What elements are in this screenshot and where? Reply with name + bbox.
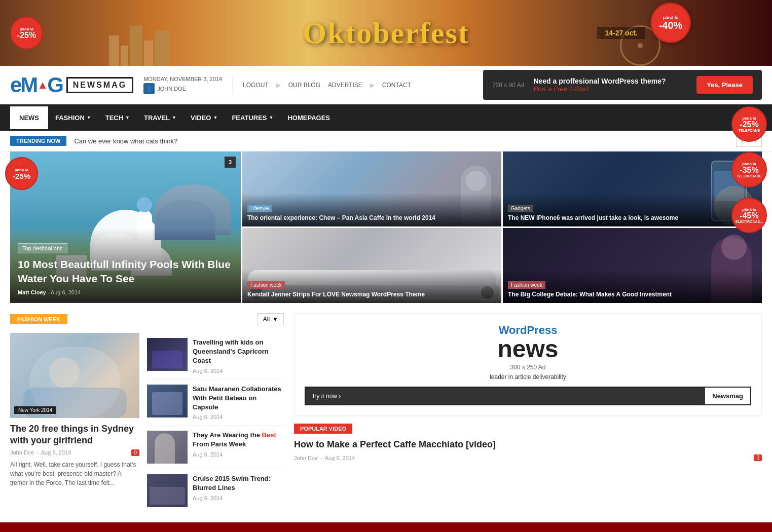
badge45-pct: -45% [740, 212, 758, 220]
logo-newsmag: NEWSMAG [73, 81, 127, 89]
nav-item-news[interactable]: NEWS [10, 106, 48, 129]
popular-video-meta: John Doe - Aug 6, 2014 0 [294, 454, 762, 461]
article-thumb-2 [147, 385, 188, 417]
logo: e M ▲ G NEWSMAG [10, 73, 133, 97]
article-list: Travelling with kids on Queensland's Cap… [147, 333, 284, 512]
header-link-contact[interactable]: CONTACT [382, 82, 411, 89]
header-link-advertise[interactable]: ADVERTISE [328, 82, 362, 89]
fashion-content: New York 2014 The 20 free things in Sydn… [10, 333, 284, 512]
hero-main-title: 10 Most Beautifull Infinity Pools With B… [18, 257, 233, 285]
sidebar: WordPress news 300 x 250 Ad leader in ar… [294, 313, 762, 512]
sidebar-ad-desc: leader in article deliverability [305, 373, 751, 381]
grid4-title: The Big College Debate: What Makes A Goo… [508, 291, 757, 299]
hero-grid-item-1[interactable]: Lifestyle The oriental experience: Chew … [242, 151, 501, 226]
trending-bar: TRENDING NOW Can we ever know what cats … [0, 131, 772, 151]
username: JOHN DOE [157, 86, 186, 92]
ad-728-subtext: Plus a Free T-Shirt [533, 85, 687, 93]
sidebar-ad-cta: try it now › Newsmag [305, 387, 751, 405]
badge35-pct: -35% [740, 166, 758, 174]
nav-item-travel[interactable]: TRAVEL ▼ [137, 106, 183, 129]
hero-grid: Lifestyle The oriental experience: Chew … [242, 151, 762, 303]
article-4-title: Cruise 2015 Swim Trend: Blurred Lines [193, 474, 284, 492]
article-item-3[interactable]: They Are Wearing the Best From Paris Wee… [147, 426, 284, 469]
article-item-2[interactable]: Satu Maaranen Collaborates With Petit Ba… [147, 379, 284, 426]
popular-video-title[interactable]: How to Make a Perfect Caffe Macchiato [v… [294, 439, 762, 450]
hero-grid-item-2[interactable]: Gadgets The NEW iPhone6 was arrived just… [503, 151, 762, 226]
nav-item-features[interactable]: FEATURES ▼ [225, 106, 280, 129]
article-4-date: Aug 6, 2014 [193, 495, 284, 501]
badge-45-right: până la -45% ELECTROCAS... [731, 198, 767, 233]
ad-728-cta-button[interactable]: Yes, Please [696, 76, 753, 94]
grid2-category: Gadgets [508, 205, 533, 212]
fashion-main-comments: 0 [131, 449, 139, 456]
meta-separator1: - [36, 449, 39, 455]
article-3-title: They Are Wearing the Best From Paris Wee… [193, 431, 284, 449]
hero-grid-item-4[interactable]: Fashion week The Big College Debate: Wha… [503, 228, 762, 303]
fashion-arrow-icon: ▼ [87, 115, 91, 120]
popular-video-tag: POPULAR VIDEO [294, 424, 352, 434]
fashion-main-title[interactable]: The 20 free things in Sydney with your g… [10, 423, 139, 447]
fashion-main-author: John Doe [10, 449, 34, 455]
article-1-info: Travelling with kids on Queensland's Cap… [193, 338, 284, 374]
article-thumb-1 [147, 338, 188, 371]
article-1-title: Travelling with kids on Queensland's Cap… [193, 338, 284, 366]
ad-banner-728: 728 x 90 Ad Need a proffesional WordPres… [483, 70, 762, 100]
badge25-pct-top: -25% [17, 31, 36, 40]
fashion-filter-button[interactable]: All ▼ [258, 313, 284, 325]
hero-main-meta: Matt Cloey - Aug 6, 2014 [18, 289, 233, 295]
sidebar-wordpress-ad: WordPress news 300 x 250 Ad leader in ar… [294, 313, 762, 416]
sidebar-popular-video: POPULAR VIDEO How to Make a Perfect Caff… [294, 424, 762, 461]
fashion-main-excerpt: All right. Well, take care yourself. I g… [10, 460, 139, 487]
header-link-logout[interactable]: LOGOUT [243, 82, 269, 89]
fashion-filter-label: All [263, 316, 270, 323]
fashion-main-meta: John Doe - Aug 6, 2014 0 [10, 449, 139, 456]
grid4-category: Fashion week [508, 281, 545, 289]
logo-e: e [10, 73, 20, 97]
nav-item-fashion[interactable]: FASHION ▼ [48, 106, 98, 129]
badge25-pct: -25% [740, 121, 758, 129]
badge25-label: TELEFOANE [739, 129, 760, 132]
video-arrow-icon: ▼ [213, 115, 217, 120]
left-side-decoration: până la -25% [0, 152, 43, 203]
hero-slide-badge: 3 [225, 157, 236, 168]
article-3-date: Aug 6, 2014 [193, 451, 284, 458]
popular-video-date: Aug 6, 2014 [325, 455, 355, 461]
badge-25-left: până la -25% [5, 157, 38, 190]
article-2-date: Aug 6, 2014 [193, 414, 284, 420]
header-link-blog[interactable]: OUR BLOG [288, 82, 320, 89]
logo-g: G [47, 73, 62, 97]
logo-m: M [20, 73, 36, 97]
hero-date: Aug 6, 2014 [51, 289, 81, 295]
article-3-title-highlight: Best [262, 431, 276, 439]
grid1-category: Lifestyle [247, 205, 272, 212]
hero-category-tag: Top destinations [18, 243, 67, 253]
grid2-title: The NEW iPhone6 was arrived just take a … [508, 214, 757, 222]
grid3-title: Kendall Jenner Strips For LOVE Newsmag W… [247, 291, 496, 299]
sidebar-brand-label[interactable]: Newsmag [705, 388, 750, 404]
badge25-left-pct: -25% [13, 172, 30, 180]
nav-item-tech[interactable]: TECH ▼ [98, 106, 137, 129]
sidebar-try-button[interactable]: try it now › [306, 388, 705, 404]
fashion-main-date: Aug 6, 2014 [41, 449, 71, 455]
popular-video-author: John Doe [294, 455, 318, 461]
nav-item-homepages[interactable]: HOMEPAGES [280, 106, 337, 129]
ad-728-headline: Need a proffesional WordPress theme? [533, 77, 687, 85]
trending-text: Can we ever know what cats think? [74, 137, 728, 145]
logo-delta-icon: ▲ [37, 79, 47, 92]
fashion-img-location-tag: New York 2014 [14, 406, 56, 414]
fashion-section-tag: FASHION WEEK [10, 314, 67, 324]
fashion-main-img[interactable]: New York 2014 [10, 333, 139, 418]
article-item-4[interactable]: Cruise 2015 Swim Trend: Blurred Lines Au… [147, 469, 284, 512]
user-avatar-icon: 👤 [143, 83, 155, 94]
travel-arrow-icon: ▼ [172, 115, 176, 120]
hero-grid-item-3[interactable]: Fashion week Kendall Jenner Strips For L… [242, 228, 501, 303]
nav-item-video[interactable]: VIDEO ▼ [183, 106, 225, 129]
article-thumb-3 [147, 431, 188, 464]
hero-main-article[interactable]: 3 Top destinations 10 Most Beautifull In… [10, 151, 241, 303]
badge40-pct: -40% [659, 20, 683, 30]
header-date: MONDAY, NOVEMBER 3, 2014 [143, 76, 222, 82]
header-nav-links: LOGOUT ▶ OUR BLOG ADVERTISE ▶ CONTACT [243, 82, 411, 89]
grid3-category: Fashion week [247, 281, 285, 289]
article-item-1[interactable]: Travelling with kids on Queensland's Cap… [147, 333, 284, 379]
sidebar-ad-size: 300 x 250 Ad [305, 364, 751, 371]
